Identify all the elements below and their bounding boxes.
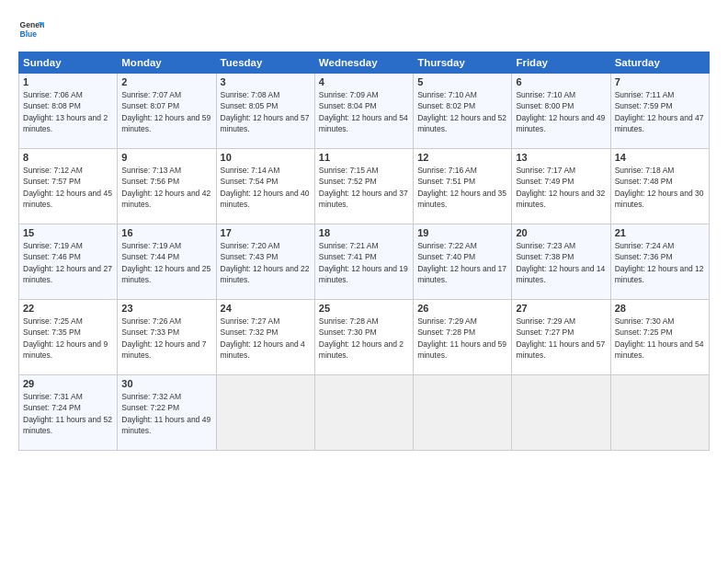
day-info: Sunrise: 7:13 AMSunset: 7:56 PMDaylight:…	[121, 165, 211, 210]
calendar-cell: 13Sunrise: 7:17 AMSunset: 7:49 PMDayligh…	[512, 149, 610, 224]
header: General Blue	[18, 17, 710, 42]
calendar-cell: 10Sunrise: 7:14 AMSunset: 7:54 PMDayligh…	[216, 149, 314, 224]
calendar-cell: 17Sunrise: 7:20 AMSunset: 7:43 PMDayligh…	[216, 224, 314, 300]
day-info: Sunrise: 7:10 AMSunset: 8:00 PMDaylight:…	[516, 89, 606, 134]
day-number: 30	[121, 378, 211, 389]
day-info: Sunrise: 7:14 AMSunset: 7:54 PMDaylight:…	[221, 165, 311, 210]
calendar-cell: 29Sunrise: 7:31 AMSunset: 7:24 PMDayligh…	[19, 375, 118, 451]
calendar-cell: 8Sunrise: 7:12 AMSunset: 7:57 PMDaylight…	[19, 149, 118, 224]
calendar-cell	[610, 375, 709, 451]
logo-icon: General Blue	[18, 17, 44, 42]
calendar-week-5: 29Sunrise: 7:31 AMSunset: 7:24 PMDayligh…	[19, 375, 710, 451]
day-number: 13	[516, 152, 606, 163]
calendar-week-3: 15Sunrise: 7:19 AMSunset: 7:46 PMDayligh…	[19, 224, 710, 300]
day-number: 16	[121, 227, 211, 238]
calendar-cell: 4Sunrise: 7:09 AMSunset: 8:04 PMDaylight…	[314, 74, 413, 149]
day-info: Sunrise: 7:16 AMSunset: 7:51 PMDaylight:…	[417, 165, 507, 210]
calendar-cell	[414, 375, 512, 451]
day-info: Sunrise: 7:29 AMSunset: 7:28 PMDaylight:…	[417, 316, 507, 361]
header-day-monday: Monday	[118, 52, 216, 74]
day-number: 29	[23, 378, 113, 389]
day-info: Sunrise: 7:27 AMSunset: 7:32 PMDaylight:…	[221, 316, 311, 361]
day-number: 28	[615, 303, 705, 314]
day-info: Sunrise: 7:22 AMSunset: 7:40 PMDaylight:…	[417, 240, 507, 285]
header-day-saturday: Saturday	[610, 52, 709, 74]
day-info: Sunrise: 7:07 AMSunset: 8:07 PMDaylight:…	[121, 89, 211, 134]
calendar-cell: 22Sunrise: 7:25 AMSunset: 7:35 PMDayligh…	[19, 300, 118, 375]
header-day-sunday: Sunday	[19, 52, 118, 74]
day-number: 17	[221, 227, 311, 238]
day-number: 6	[516, 76, 606, 87]
calendar-cell: 14Sunrise: 7:18 AMSunset: 7:48 PMDayligh…	[610, 149, 709, 224]
day-number: 23	[121, 303, 211, 314]
svg-text:Blue: Blue	[20, 29, 38, 39]
calendar-week-2: 8Sunrise: 7:12 AMSunset: 7:57 PMDaylight…	[19, 149, 710, 224]
day-number: 25	[319, 303, 409, 314]
day-info: Sunrise: 7:29 AMSunset: 7:27 PMDaylight:…	[516, 316, 606, 361]
day-number: 21	[615, 227, 705, 238]
calendar-cell: 23Sunrise: 7:26 AMSunset: 7:33 PMDayligh…	[118, 300, 216, 375]
calendar-week-1: 1Sunrise: 7:06 AMSunset: 8:08 PMDaylight…	[19, 74, 710, 149]
svg-text:General: General	[20, 20, 44, 29]
day-info: Sunrise: 7:31 AMSunset: 7:24 PMDaylight:…	[23, 391, 113, 436]
day-number: 27	[516, 303, 606, 314]
day-number: 18	[319, 227, 409, 238]
day-number: 15	[23, 227, 113, 238]
calendar-cell: 9Sunrise: 7:13 AMSunset: 7:56 PMDaylight…	[118, 149, 216, 224]
day-info: Sunrise: 7:15 AMSunset: 7:52 PMDaylight:…	[319, 165, 409, 210]
day-info: Sunrise: 7:24 AMSunset: 7:36 PMDaylight:…	[615, 240, 705, 285]
header-day-thursday: Thursday	[414, 52, 512, 74]
calendar-cell: 24Sunrise: 7:27 AMSunset: 7:32 PMDayligh…	[216, 300, 314, 375]
calendar-cell: 18Sunrise: 7:21 AMSunset: 7:41 PMDayligh…	[314, 224, 413, 300]
header-day-wednesday: Wednesday	[314, 52, 413, 74]
calendar-cell: 28Sunrise: 7:30 AMSunset: 7:25 PMDayligh…	[610, 300, 709, 375]
logo: General Blue	[18, 17, 44, 42]
day-number: 2	[121, 76, 211, 87]
calendar-cell: 2Sunrise: 7:07 AMSunset: 8:07 PMDaylight…	[118, 74, 216, 149]
calendar-cell: 15Sunrise: 7:19 AMSunset: 7:46 PMDayligh…	[19, 224, 118, 300]
day-number: 12	[417, 152, 507, 163]
day-info: Sunrise: 7:19 AMSunset: 7:46 PMDaylight:…	[23, 240, 113, 285]
day-info: Sunrise: 7:18 AMSunset: 7:48 PMDaylight:…	[615, 165, 705, 210]
day-number: 20	[516, 227, 606, 238]
calendar-cell	[216, 375, 314, 451]
day-info: Sunrise: 7:30 AMSunset: 7:25 PMDaylight:…	[615, 316, 705, 361]
calendar-cell: 26Sunrise: 7:29 AMSunset: 7:28 PMDayligh…	[414, 300, 512, 375]
day-info: Sunrise: 7:21 AMSunset: 7:41 PMDaylight:…	[319, 240, 409, 285]
calendar-cell: 27Sunrise: 7:29 AMSunset: 7:27 PMDayligh…	[512, 300, 610, 375]
calendar-cell: 21Sunrise: 7:24 AMSunset: 7:36 PMDayligh…	[610, 224, 709, 300]
calendar-cell	[512, 375, 610, 451]
day-info: Sunrise: 7:17 AMSunset: 7:49 PMDaylight:…	[516, 165, 606, 210]
day-number: 26	[417, 303, 507, 314]
calendar-cell: 11Sunrise: 7:15 AMSunset: 7:52 PMDayligh…	[314, 149, 413, 224]
calendar-cell: 5Sunrise: 7:10 AMSunset: 8:02 PMDaylight…	[414, 74, 512, 149]
day-info: Sunrise: 7:23 AMSunset: 7:38 PMDaylight:…	[516, 240, 606, 285]
calendar-cell: 6Sunrise: 7:10 AMSunset: 8:00 PMDaylight…	[512, 74, 610, 149]
day-info: Sunrise: 7:28 AMSunset: 7:30 PMDaylight:…	[319, 316, 409, 361]
calendar-body: 1Sunrise: 7:06 AMSunset: 8:08 PMDaylight…	[19, 74, 710, 451]
calendar-table: SundayMondayTuesdayWednesdayThursdayFrid…	[18, 52, 710, 451]
day-info: Sunrise: 7:12 AMSunset: 7:57 PMDaylight:…	[23, 165, 113, 210]
day-info: Sunrise: 7:20 AMSunset: 7:43 PMDaylight:…	[221, 240, 311, 285]
calendar-cell: 19Sunrise: 7:22 AMSunset: 7:40 PMDayligh…	[414, 224, 512, 300]
day-number: 1	[23, 76, 113, 87]
day-info: Sunrise: 7:06 AMSunset: 8:08 PMDaylight:…	[23, 89, 113, 134]
day-number: 24	[221, 303, 311, 314]
calendar-page: General Blue SundayMondayTuesdayWednesda…	[0, 0, 728, 563]
day-number: 4	[319, 76, 409, 87]
day-number: 19	[417, 227, 507, 238]
calendar-cell	[314, 375, 413, 451]
day-number: 8	[23, 152, 113, 163]
calendar-cell: 1Sunrise: 7:06 AMSunset: 8:08 PMDaylight…	[19, 74, 118, 149]
day-number: 14	[615, 152, 705, 163]
day-number: 5	[417, 76, 507, 87]
calendar-cell: 30Sunrise: 7:32 AMSunset: 7:22 PMDayligh…	[118, 375, 216, 451]
day-info: Sunrise: 7:10 AMSunset: 8:02 PMDaylight:…	[417, 89, 507, 134]
day-number: 9	[121, 152, 211, 163]
calendar-cell: 12Sunrise: 7:16 AMSunset: 7:51 PMDayligh…	[414, 149, 512, 224]
day-info: Sunrise: 7:25 AMSunset: 7:35 PMDaylight:…	[23, 316, 113, 361]
header-row: SundayMondayTuesdayWednesdayThursdayFrid…	[19, 52, 710, 74]
day-number: 11	[319, 152, 409, 163]
calendar-cell: 7Sunrise: 7:11 AMSunset: 7:59 PMDaylight…	[610, 74, 709, 149]
day-info: Sunrise: 7:09 AMSunset: 8:04 PMDaylight:…	[319, 89, 409, 134]
